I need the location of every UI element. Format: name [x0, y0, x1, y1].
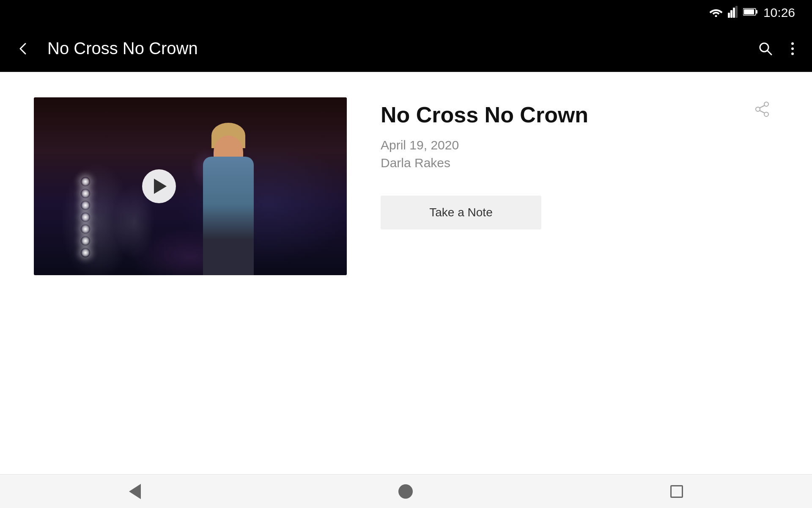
light-5: [81, 224, 90, 234]
svg-point-0: [715, 15, 717, 17]
info-panel: No Cross No Crown April 19, 2020 Darla R…: [381, 97, 778, 449]
app-bar-actions: [758, 41, 795, 56]
video-thumbnail: [34, 97, 347, 275]
nav-recent-icon: [670, 485, 683, 498]
status-icons: 10:26: [709, 6, 795, 20]
svg-rect-4: [735, 6, 738, 18]
svg-point-10: [791, 42, 794, 45]
content-speaker: Darla Rakes: [381, 156, 778, 170]
light-4: [81, 213, 90, 222]
content-date: April 19, 2020: [381, 138, 778, 152]
svg-line-9: [767, 50, 771, 55]
svg-line-17: [760, 110, 765, 113]
svg-rect-2: [730, 10, 732, 18]
nav-back-button[interactable]: [116, 480, 154, 503]
status-bar: 10:26: [0, 0, 812, 25]
svg-point-13: [764, 102, 768, 106]
video-container: [34, 97, 347, 275]
light-2: [81, 189, 90, 198]
svg-line-16: [760, 105, 765, 108]
speaker-body: [203, 157, 254, 275]
lights-column-left: [81, 177, 90, 257]
nav-home-button[interactable]: [386, 480, 425, 503]
light-6: [81, 236, 90, 246]
play-button[interactable]: [142, 169, 176, 203]
speaker-figure: [186, 131, 271, 275]
app-bar-title: No Cross No Crown: [47, 39, 758, 58]
status-time: 10:26: [763, 6, 795, 20]
light-1: [81, 177, 90, 186]
wifi-icon: [709, 7, 723, 19]
nav-bar: [0, 474, 812, 508]
nav-recent-button[interactable]: [658, 481, 696, 502]
play-icon: [154, 179, 167, 194]
light-3: [81, 201, 90, 210]
battery-icon: [743, 8, 758, 18]
svg-rect-3: [733, 8, 735, 18]
content-title: No Cross No Crown: [381, 102, 778, 128]
signal-icon: [728, 6, 738, 19]
svg-point-11: [791, 47, 794, 50]
back-button[interactable]: [17, 42, 30, 55]
light-7: [81, 248, 90, 257]
nav-home-icon: [398, 484, 413, 499]
search-button[interactable]: [758, 41, 773, 56]
take-note-button[interactable]: Take a Note: [381, 196, 541, 229]
svg-rect-1: [728, 13, 730, 18]
share-button[interactable]: [754, 102, 770, 120]
svg-point-12: [791, 52, 794, 55]
svg-point-14: [764, 112, 768, 116]
svg-rect-6: [756, 10, 757, 14]
svg-rect-7: [744, 9, 754, 14]
svg-point-15: [756, 107, 760, 111]
more-options-button[interactable]: [790, 41, 795, 56]
main-content: No Cross No Crown April 19, 2020 Darla R…: [0, 72, 812, 474]
nav-back-icon: [129, 484, 141, 499]
app-bar: No Cross No Crown: [0, 25, 812, 72]
